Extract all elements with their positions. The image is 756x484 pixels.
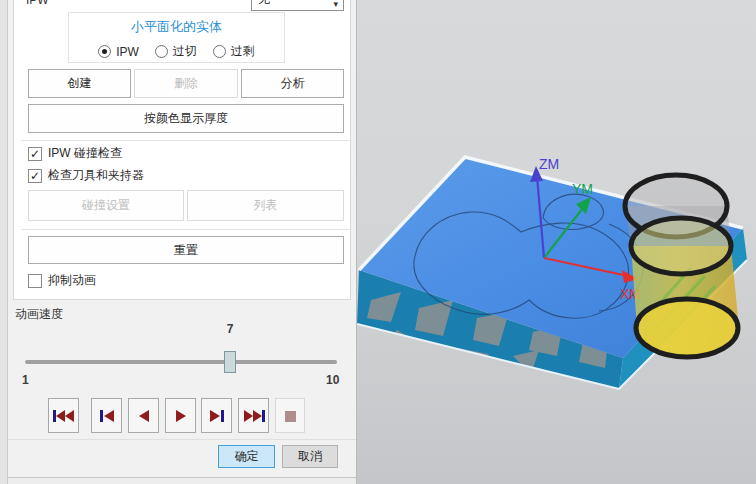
divider bbox=[8, 439, 356, 440]
cutter-bottom-ellipse bbox=[636, 299, 738, 357]
radio-dot-icon bbox=[155, 45, 168, 58]
stop-icon bbox=[282, 409, 298, 423]
animation-speed-label: 动画速度 bbox=[15, 306, 63, 323]
delete-button[interactable]: 删除 bbox=[134, 69, 238, 98]
radio-ipw-label: IPW bbox=[116, 45, 139, 59]
create-button[interactable]: 创建 bbox=[28, 69, 131, 98]
radio-excess-label: 过剩 bbox=[231, 43, 255, 60]
play-backward-icon bbox=[135, 409, 153, 423]
faceted-body-title: 小平面化的实体 bbox=[69, 18, 284, 36]
list-button[interactable]: 列表 bbox=[187, 190, 344, 221]
play-backward-button[interactable] bbox=[128, 398, 159, 433]
radio-ipw[interactable]: IPW bbox=[98, 43, 139, 60]
y-axis-label: YM bbox=[572, 181, 593, 197]
step-backward-icon bbox=[97, 409, 117, 423]
tool-cylinder[interactable] bbox=[625, 175, 739, 357]
dialog-main-panel: IPW 无 ▾ 小平面化的实体 IPW 过切 bbox=[13, 0, 351, 300]
skip-to-start-button[interactable] bbox=[48, 398, 79, 433]
collision-settings-button[interactable]: 碰撞设置 bbox=[28, 190, 184, 221]
radio-overcut-label: 过切 bbox=[173, 43, 197, 60]
checkbox-unchecked-icon[interactable] bbox=[28, 274, 42, 288]
checkbox-checked-icon[interactable]: ✓ bbox=[28, 169, 42, 183]
play-forward-button[interactable] bbox=[165, 398, 196, 433]
cancel-button[interactable]: 取消 bbox=[282, 445, 338, 468]
step-backward-button[interactable] bbox=[91, 398, 122, 433]
check-tool-holder-checkbox-row[interactable]: ✓ 检查刀具和夹持器 bbox=[28, 167, 144, 184]
skip-to-start-icon bbox=[52, 409, 76, 423]
skip-to-end-icon bbox=[242, 409, 266, 423]
divider bbox=[21, 229, 352, 230]
ipw-label: IPW bbox=[26, 0, 49, 7]
play-forward-icon bbox=[172, 409, 190, 423]
radio-excess[interactable]: 过剩 bbox=[213, 43, 255, 60]
speed-slider-thumb[interactable] bbox=[224, 351, 236, 373]
ok-button[interactable]: 确定 bbox=[218, 445, 275, 468]
stop-button[interactable] bbox=[275, 398, 305, 433]
radio-dot-icon bbox=[213, 45, 226, 58]
check-tool-holder-label: 检查刀具和夹持器 bbox=[48, 167, 144, 184]
divider bbox=[21, 140, 352, 141]
speed-slider-max-label: 10 bbox=[326, 373, 339, 387]
speed-slider-track[interactable] bbox=[25, 360, 337, 364]
radio-overcut[interactable]: 过切 bbox=[155, 43, 197, 60]
radio-dot-icon bbox=[98, 45, 111, 58]
ipw-dropdown-value: 无 bbox=[258, 0, 270, 8]
suppress-animation-checkbox-row[interactable]: 抑制动画 bbox=[28, 272, 96, 289]
skip-to-end-button[interactable] bbox=[238, 398, 269, 433]
step-forward-icon bbox=[207, 409, 227, 423]
speed-slider-min-label: 1 bbox=[22, 373, 29, 387]
checkbox-checked-icon[interactable]: ✓ bbox=[28, 147, 42, 161]
faceted-body-group: 小平面化的实体 IPW 过切 过剩 bbox=[68, 12, 285, 63]
window-edge-strip bbox=[0, 0, 8, 484]
ipw-dropdown[interactable]: 无 ▾ bbox=[251, 0, 344, 11]
z-axis-label: ZM bbox=[539, 156, 559, 172]
speed-slider-value: 7 bbox=[215, 322, 245, 336]
simulation-dialog: IPW 无 ▾ 小平面化的实体 IPW 过切 bbox=[8, 0, 356, 478]
faceted-body-radio-row: IPW 过切 过剩 bbox=[69, 43, 284, 60]
suppress-animation-label: 抑制动画 bbox=[48, 272, 96, 289]
step-forward-button[interactable] bbox=[201, 398, 232, 433]
chevron-down-icon: ▾ bbox=[333, 0, 338, 9]
graphics-viewport[interactable]: ZM YM XM bbox=[356, 0, 756, 484]
reset-button[interactable]: 重置 bbox=[28, 236, 344, 264]
nx-cam-simulation-window: { "dialog": { "ipw_label": "IPW", "ipw_d… bbox=[0, 0, 756, 484]
thickness-by-color-button[interactable]: 按颜色显示厚度 bbox=[28, 104, 344, 133]
analyze-button[interactable]: 分析 bbox=[241, 69, 344, 98]
ipw-collision-checkbox-row[interactable]: ✓ IPW 碰撞检查 bbox=[28, 145, 122, 162]
viewport-scene: ZM YM XM bbox=[357, 0, 756, 484]
cutter-top-ellipse bbox=[631, 218, 731, 274]
ipw-collision-label: IPW 碰撞检查 bbox=[48, 145, 122, 162]
